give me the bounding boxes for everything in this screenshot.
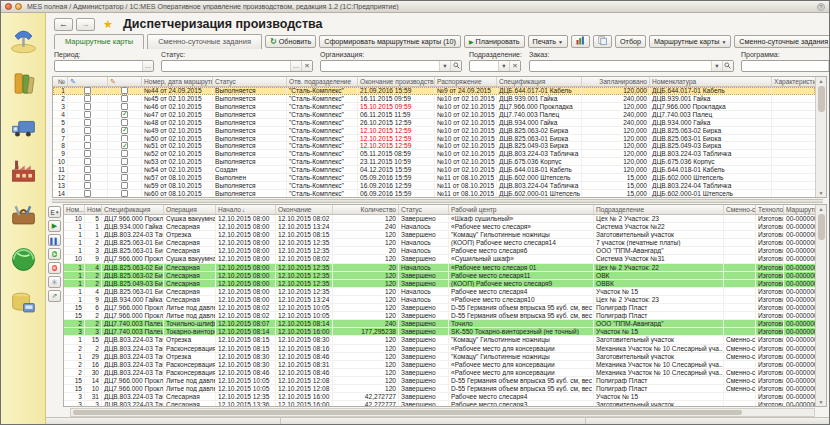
row-checkbox[interactable] <box>84 119 91 126</box>
table-row[interactable]: 14ДЦВ.825.063-01 БиркаСлесарная12.10.201… <box>64 288 815 296</box>
column-header-n[interactable]: Ном... <box>64 205 85 214</box>
table-row[interactable]: 12№57 от 08.10.2015Выполнен"Сталь-Компле… <box>53 174 815 182</box>
table-row[interactable]: 22ДЦВ.803.224-03 ТабличкаРасконсервация1… <box>64 345 815 353</box>
scroll-up-icon[interactable]: ▲ <box>819 77 824 85</box>
window-minimize-button[interactable] <box>15 3 22 10</box>
table-row[interactable]: 12ДЦВ.825.063-02 БиркаСлесарная12.10.201… <box>64 272 815 280</box>
row-checkbox[interactable] <box>121 111 128 118</box>
column-header-shift[interactable]: Сменно-сут... <box>724 205 756 214</box>
table-row[interactable]: 14ДЦВ.825.063-02 БиркаСлесарная12.10.201… <box>64 264 815 272</box>
table-row[interactable]: 5№48 от 02.10.2015Выполняется"Сталь-Комп… <box>53 119 815 127</box>
scroll-down-icon[interactable]: ▼ <box>819 398 824 406</box>
row-checkbox[interactable] <box>84 166 91 173</box>
row-checkbox[interactable] <box>121 158 128 165</box>
table-row[interactable]: 12ДЦВ.825.049-03 БиркаСлесарная12.10.201… <box>64 280 815 288</box>
table-row[interactable]: 11№54 от 02.10.2015Создан"Сталь-Комплекс… <box>53 166 815 174</box>
table-row[interactable]: 7№50 от 02.10.2015Выполняется"Сталь-Комп… <box>53 135 815 143</box>
row-checkbox[interactable] <box>84 182 91 189</box>
column-header-dept[interactable]: Отв. подразделение <box>287 77 358 86</box>
table-row[interactable]: 12ДЦВ.825.063-01 БиркаСлесарная12.10.201… <box>64 239 815 247</box>
split-operation-button[interactable]: ✳ <box>48 276 61 288</box>
row-checkbox[interactable] <box>121 150 128 157</box>
column-header-order[interactable]: Распоряжение <box>435 77 497 86</box>
row-checkbox[interactable] <box>121 190 128 197</box>
pause-operation-button[interactable]: ▌▌ <box>48 234 61 246</box>
forward-button[interactable]: → <box>76 18 95 31</box>
ellipsis-button[interactable]: … <box>142 61 153 71</box>
row-checkbox[interactable] <box>84 158 91 165</box>
table-row[interactable]: 10№53 от 02.10.2015Выполняется"Сталь-Ком… <box>53 158 815 166</box>
row-checkbox[interactable] <box>84 127 91 134</box>
print-button[interactable]: Печать▼ <box>528 35 569 48</box>
horizontal-scroll-thumb[interactable] <box>73 410 742 415</box>
table-row[interactable]: 1510ДЦ7.966.000 ПрокладкаЛитье под давле… <box>64 385 815 393</box>
copy-icon-button[interactable] <box>593 35 612 48</box>
table-row[interactable]: 331ДЦВ.803.224-03 ТабличкаСлесарная12.10… <box>64 393 815 401</box>
generate-route-cards-button[interactable]: Сформировать маршрутные карты (10) <box>319 35 461 48</box>
ellipsis-button[interactable]: … <box>290 61 301 71</box>
table-row[interactable]: 216ДЦВ.803.224-03 ТабличкаРасконсервация… <box>64 361 815 369</box>
tools-toolbox-icon[interactable] <box>9 201 38 230</box>
report-icon-button[interactable] <box>571 35 590 48</box>
panes-splitter[interactable] <box>52 199 823 203</box>
table-row[interactable]: 11ДЦВ.803.224-03 ТабличкаОтрезка12.10.20… <box>64 231 815 239</box>
column-header-tech[interactable]: Технологиче... <box>756 205 784 214</box>
open-document-button[interactable]: ⇗ <box>48 290 61 302</box>
table-row[interactable]: 230ДЦВ.803.224-03 ТабличкаРасконсервация… <box>64 369 815 377</box>
table-row[interactable]: 9№52 от 02.10.2015Выполняется"Сталь-Комп… <box>53 150 815 158</box>
row-checkbox[interactable] <box>121 95 128 102</box>
column-header-oper[interactable]: Операция <box>164 205 216 214</box>
chevron-down-icon[interactable]: ▾ <box>439 61 450 71</box>
row-checkbox[interactable] <box>84 103 91 110</box>
table-row[interactable]: 13№59 от 08.10.2015Выполняется"Сталь-Ком… <box>53 182 815 190</box>
magnifier-icon[interactable] <box>450 61 461 71</box>
route-cards-menu-button[interactable]: Маршрутные карты▼ <box>649 35 731 48</box>
column-header-n[interactable]: № <box>53 77 68 86</box>
column-header-spec[interactable]: Спецификация <box>497 77 582 86</box>
column-header-spec[interactable]: Спецификация <box>102 205 164 214</box>
column-header-num[interactable]: Номер, дата маршрутной кар... <box>142 77 213 86</box>
table-row[interactable]: 13ДЦВ.825.063-01 БиркаСлесарная12.10.201… <box>64 247 815 255</box>
window-close-button[interactable] <box>5 3 12 10</box>
table-row[interactable]: 2№45 от 02.10.2015Выполняется"Сталь-Комп… <box>53 95 815 103</box>
refresh-button[interactable]: ↻Обновить <box>265 35 316 48</box>
row-checkbox[interactable] <box>84 142 91 149</box>
column-header-nomen[interactable]: Номенклатура <box>650 77 772 86</box>
row-checkbox[interactable] <box>121 166 128 173</box>
column-header-char[interactable]: Характеристика <box>772 77 815 86</box>
filter-button[interactable]: Отбор <box>615 35 646 48</box>
table-row[interactable]: 1№44 от 24.09.2015Выполняется"Сталь-Комп… <box>53 87 815 95</box>
column-header-qty[interactable]: Количество <box>333 205 399 214</box>
clear-icon[interactable]: ✕ <box>301 61 312 71</box>
program-filter-input[interactable]: ▾ <box>741 60 830 72</box>
table-row[interactable]: 6№49 от 02.10.2015Выполняется"Сталь-Комп… <box>53 127 815 135</box>
lower-scroll-thumb[interactable] <box>818 214 825 240</box>
back-button[interactable]: ← <box>54 18 73 31</box>
column-header-card[interactable]: Маршрутная ка... <box>784 205 815 214</box>
row-checkbox[interactable] <box>121 87 128 94</box>
period-filter-input[interactable]: … <box>54 60 154 72</box>
row-checkbox[interactable] <box>121 119 128 126</box>
row-checkbox[interactable] <box>121 103 128 110</box>
favorite-star-icon[interactable]: ★ <box>103 19 113 30</box>
department-filter-input[interactable]: ▾✕ <box>469 60 521 72</box>
table-row[interactable]: 8№51 от 02.10.2015Выполняется"Сталь-Комп… <box>53 142 815 150</box>
column-header-status[interactable]: Статус <box>213 77 287 86</box>
table-row[interactable]: 22ДЦ7.740.003 ПалецТочильно-шлифовальная… <box>64 320 815 328</box>
row-checkbox[interactable] <box>84 95 91 102</box>
row-checkbox[interactable] <box>84 87 91 94</box>
documents-books-icon[interactable] <box>9 69 38 98</box>
table-row[interactable]: 115ДЦВ.803.224-03 ТабличкаОтрезка12.10.2… <box>64 336 815 344</box>
column-header-end[interactable]: Окончание <box>276 205 333 214</box>
order-filter-input[interactable]: ▾ <box>529 60 734 72</box>
column-header-wc[interactable]: Рабочий центр <box>449 205 594 214</box>
scroll-up-icon[interactable]: ▲ <box>819 205 824 213</box>
stop-operation-button[interactable]: ✕ <box>48 262 61 274</box>
scroll-down-icon[interactable]: ▼ <box>819 189 824 197</box>
data-database-icon[interactable] <box>9 289 38 318</box>
column-header-start[interactable]: Начало↓ <box>216 205 276 214</box>
table-row[interactable]: 105ДЦ7.966.000 ПрокладкаСушка вакуумная1… <box>64 215 815 223</box>
planning-globe-icon[interactable] <box>9 245 38 274</box>
table-row[interactable]: 152ДЦ7.966.000 ПрокладкаЛитье под давлен… <box>64 312 815 320</box>
upper-scroll-thumb[interactable] <box>818 86 825 112</box>
